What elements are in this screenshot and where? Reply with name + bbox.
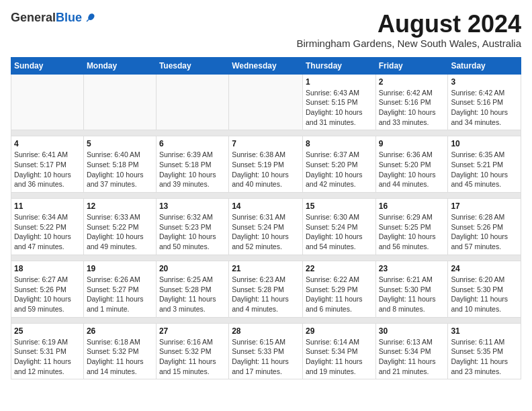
- day-number: 4: [14, 139, 81, 148]
- day-info: Sunrise: 6:38 AM Sunset: 5:19 PM Dayligh…: [232, 150, 300, 189]
- calendar-week-row: 1Sunrise: 6:43 AM Sunset: 5:15 PM Daylig…: [11, 74, 521, 130]
- day-number: 22: [306, 264, 373, 273]
- day-number: 31: [451, 326, 518, 336]
- day-number: 1: [306, 77, 373, 87]
- day-info: Sunrise: 6:33 AM Sunset: 5:22 PM Dayligh…: [87, 212, 153, 252]
- day-number: 20: [159, 264, 226, 273]
- calendar-day-cell: 31Sunrise: 6:11 AM Sunset: 5:35 PM Dayli…: [448, 323, 521, 379]
- week-separator: [11, 130, 521, 136]
- day-number: 16: [379, 201, 445, 211]
- calendar-day-cell: 23Sunrise: 6:21 AM Sunset: 5:30 PM Dayli…: [375, 261, 448, 317]
- day-number: 9: [379, 139, 445, 148]
- day-info: Sunrise: 6:29 AM Sunset: 5:25 PM Dayligh…: [379, 212, 445, 252]
- day-of-week-header: Wednesday: [229, 57, 303, 74]
- day-info: Sunrise: 6:18 AM Sunset: 5:32 PM Dayligh…: [87, 337, 153, 377]
- day-info: Sunrise: 6:13 AM Sunset: 5:34 PM Dayligh…: [379, 337, 445, 377]
- logo: GeneralBlue: [11, 11, 97, 25]
- day-info: Sunrise: 6:11 AM Sunset: 5:35 PM Dayligh…: [451, 337, 518, 377]
- day-info: Sunrise: 6:21 AM Sunset: 5:30 PM Dayligh…: [379, 275, 445, 314]
- day-number: 13: [159, 201, 226, 211]
- day-info: Sunrise: 6:30 AM Sunset: 5:24 PM Dayligh…: [306, 212, 373, 252]
- calendar-day-cell: 1Sunrise: 6:43 AM Sunset: 5:15 PM Daylig…: [302, 74, 375, 130]
- title-block: August 2024 Birmingham Gardens, New Sout…: [296, 11, 521, 54]
- day-number: 18: [14, 264, 81, 273]
- day-number: 28: [232, 326, 300, 336]
- week-separator: [11, 255, 521, 261]
- day-info: Sunrise: 6:16 AM Sunset: 5:32 PM Dayligh…: [159, 337, 226, 377]
- day-info: Sunrise: 6:32 AM Sunset: 5:23 PM Dayligh…: [159, 212, 226, 252]
- calendar-day-cell: 29Sunrise: 6:14 AM Sunset: 5:34 PM Dayli…: [302, 323, 375, 379]
- week-separator: [11, 317, 521, 323]
- main-title: August 2024: [296, 11, 521, 38]
- day-number: 6: [159, 139, 226, 148]
- day-info: Sunrise: 6:15 AM Sunset: 5:33 PM Dayligh…: [232, 337, 300, 377]
- day-info: Sunrise: 6:19 AM Sunset: 5:31 PM Dayligh…: [14, 337, 81, 377]
- day-number: 14: [232, 201, 300, 211]
- day-info: Sunrise: 6:41 AM Sunset: 5:17 PM Dayligh…: [14, 150, 81, 189]
- day-of-week-header: Sunday: [11, 57, 84, 74]
- calendar-day-cell: 4Sunrise: 6:41 AM Sunset: 5:17 PM Daylig…: [11, 136, 84, 193]
- calendar-day-cell: 30Sunrise: 6:13 AM Sunset: 5:34 PM Dayli…: [375, 323, 448, 379]
- day-number: 5: [87, 139, 153, 148]
- calendar-day-cell: 21Sunrise: 6:23 AM Sunset: 5:28 PM Dayli…: [229, 261, 303, 317]
- calendar-day-cell: 19Sunrise: 6:26 AM Sunset: 5:27 PM Dayli…: [83, 261, 156, 317]
- day-info: Sunrise: 6:35 AM Sunset: 5:21 PM Dayligh…: [451, 150, 518, 189]
- calendar-week-row: 4Sunrise: 6:41 AM Sunset: 5:17 PM Daylig…: [11, 136, 521, 193]
- day-info: Sunrise: 6:42 AM Sunset: 5:16 PM Dayligh…: [451, 88, 518, 128]
- calendar-day-cell: 12Sunrise: 6:33 AM Sunset: 5:22 PM Dayli…: [83, 199, 156, 255]
- calendar-day-cell: 27Sunrise: 6:16 AM Sunset: 5:32 PM Dayli…: [156, 323, 228, 379]
- calendar-day-cell: 13Sunrise: 6:32 AM Sunset: 5:23 PM Dayli…: [156, 199, 228, 255]
- day-info: Sunrise: 6:25 AM Sunset: 5:28 PM Dayligh…: [159, 275, 226, 314]
- day-info: Sunrise: 6:36 AM Sunset: 5:20 PM Dayligh…: [379, 150, 445, 189]
- calendar-day-cell: 3Sunrise: 6:42 AM Sunset: 5:16 PM Daylig…: [448, 74, 521, 130]
- calendar-day-cell: 28Sunrise: 6:15 AM Sunset: 5:33 PM Dayli…: [229, 323, 303, 379]
- day-info: Sunrise: 6:26 AM Sunset: 5:27 PM Dayligh…: [87, 275, 153, 314]
- calendar-day-cell: 17Sunrise: 6:28 AM Sunset: 5:26 PM Dayli…: [448, 199, 521, 255]
- calendar-day-cell: 15Sunrise: 6:30 AM Sunset: 5:24 PM Dayli…: [302, 199, 375, 255]
- day-number: 26: [87, 326, 153, 336]
- calendar-day-cell: 7Sunrise: 6:38 AM Sunset: 5:19 PM Daylig…: [229, 136, 303, 193]
- day-number: 23: [379, 264, 445, 273]
- calendar-day-cell: 6Sunrise: 6:39 AM Sunset: 5:18 PM Daylig…: [156, 136, 228, 193]
- day-info: Sunrise: 6:23 AM Sunset: 5:28 PM Dayligh…: [232, 275, 300, 314]
- logo-general: GeneralBlue: [11, 11, 82, 25]
- day-number: 27: [159, 326, 226, 336]
- calendar-day-cell: 11Sunrise: 6:34 AM Sunset: 5:22 PM Dayli…: [11, 199, 84, 255]
- day-number: 3: [451, 77, 518, 87]
- subtitle: Birmingham Gardens, New South Wales, Aus…: [296, 38, 521, 49]
- calendar-week-row: 25Sunrise: 6:19 AM Sunset: 5:31 PM Dayli…: [11, 323, 521, 379]
- day-info: Sunrise: 6:31 AM Sunset: 5:24 PM Dayligh…: [232, 212, 300, 252]
- calendar-day-cell: 2Sunrise: 6:42 AM Sunset: 5:16 PM Daylig…: [375, 74, 448, 130]
- day-of-week-header: Friday: [375, 57, 448, 74]
- day-info: Sunrise: 6:28 AM Sunset: 5:26 PM Dayligh…: [451, 212, 518, 252]
- day-of-week-header: Saturday: [448, 57, 521, 74]
- day-of-week-header: Thursday: [302, 57, 375, 74]
- calendar-day-cell: [11, 74, 84, 130]
- calendar-day-cell: 18Sunrise: 6:27 AM Sunset: 5:26 PM Dayli…: [11, 261, 84, 317]
- day-number: 21: [232, 264, 300, 273]
- calendar-week-row: 18Sunrise: 6:27 AM Sunset: 5:26 PM Dayli…: [11, 261, 521, 317]
- day-number: 7: [232, 139, 300, 148]
- day-info: Sunrise: 6:43 AM Sunset: 5:15 PM Dayligh…: [306, 88, 373, 128]
- calendar-day-cell: 25Sunrise: 6:19 AM Sunset: 5:31 PM Dayli…: [11, 323, 84, 379]
- logo-bird-icon: [83, 11, 97, 25]
- calendar-day-cell: 10Sunrise: 6:35 AM Sunset: 5:21 PM Dayli…: [448, 136, 521, 193]
- day-of-week-header: Tuesday: [156, 57, 228, 74]
- calendar-day-cell: 5Sunrise: 6:40 AM Sunset: 5:18 PM Daylig…: [83, 136, 156, 193]
- calendar-day-cell: 24Sunrise: 6:20 AM Sunset: 5:30 PM Dayli…: [448, 261, 521, 317]
- calendar-day-cell: 8Sunrise: 6:37 AM Sunset: 5:20 PM Daylig…: [302, 136, 375, 193]
- day-info: Sunrise: 6:27 AM Sunset: 5:26 PM Dayligh…: [14, 275, 81, 314]
- day-number: 11: [14, 201, 81, 211]
- calendar-day-cell: 14Sunrise: 6:31 AM Sunset: 5:24 PM Dayli…: [229, 199, 303, 255]
- day-info: Sunrise: 6:22 AM Sunset: 5:29 PM Dayligh…: [306, 275, 373, 314]
- day-number: 12: [87, 201, 153, 211]
- calendar-day-cell: 20Sunrise: 6:25 AM Sunset: 5:28 PM Dayli…: [156, 261, 228, 317]
- calendar-day-cell: [156, 74, 228, 130]
- day-info: Sunrise: 6:37 AM Sunset: 5:20 PM Dayligh…: [306, 150, 373, 189]
- day-info: Sunrise: 6:14 AM Sunset: 5:34 PM Dayligh…: [306, 337, 373, 377]
- day-number: 2: [379, 77, 445, 87]
- day-info: Sunrise: 6:40 AM Sunset: 5:18 PM Dayligh…: [87, 150, 153, 189]
- day-number: 10: [451, 139, 518, 148]
- day-number: 19: [87, 264, 153, 273]
- calendar-day-cell: 9Sunrise: 6:36 AM Sunset: 5:20 PM Daylig…: [375, 136, 448, 193]
